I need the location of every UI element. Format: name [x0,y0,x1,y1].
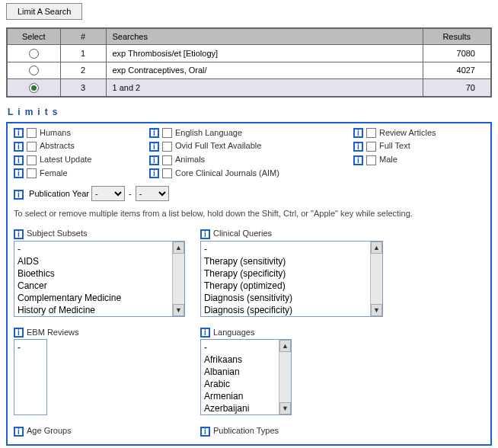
list-item[interactable]: - [18,341,43,354]
table-row: 31 and 270 [7,79,491,97]
select-radio[interactable] [29,66,39,75]
label-animals: Animals [175,155,205,164]
row-results: 4027 [423,62,491,79]
list-item[interactable]: Therapy (specificity) [204,267,367,280]
col-select: Select [7,28,60,45]
info-icon[interactable]: i [149,155,159,165]
list-item[interactable]: Armenian [204,390,276,402]
subject-subsets-label: Subject Subsets [27,229,88,238]
list-item[interactable]: Diagnosis (specificity) [204,304,367,316]
checkbox-abstracts[interactable] [27,142,37,152]
pub-year-dash: - [129,189,132,198]
scroll-up-icon[interactable]: ▲ [173,242,184,254]
languages-list[interactable]: -AfrikaansAlbanianArabicArmenianAzerbaij… [200,339,292,415]
row-results: 7080 [423,45,491,62]
info-icon[interactable]: i [200,328,210,338]
scroll-down-icon[interactable]: ▼ [279,402,291,414]
checkbox-humans[interactable] [27,128,37,138]
list-item[interactable]: Albanian [204,366,276,378]
info-icon[interactable]: i [14,328,24,338]
info-icon[interactable]: i [14,128,24,138]
col-num: # [60,28,106,45]
limits-heading: Limits [8,107,492,117]
info-icon[interactable]: i [14,229,24,239]
list-item[interactable]: Bioethics [18,267,169,280]
info-icon[interactable]: i [149,168,159,178]
info-icon[interactable]: i [353,155,363,165]
label-review: Review Articles [379,128,436,137]
checkbox-animals[interactable] [162,155,172,165]
label-female: Female [40,168,68,178]
info-icon[interactable]: i [200,229,210,239]
list-item[interactable]: Therapy (optimized) [204,280,367,292]
list-item[interactable]: Therapy (sensitivity) [204,255,367,267]
checkbox-female[interactable] [27,168,37,178]
row-search: exp Contraceptives, Oral/ [106,62,423,79]
info-icon[interactable]: i [353,128,363,138]
checkbox-ovid-full[interactable] [162,142,172,152]
row-results: 70 [423,79,491,97]
info-icon[interactable]: i [14,427,24,437]
checkbox-male[interactable] [366,155,376,165]
list-item[interactable]: Azerbaijani [204,402,276,414]
checkbox-core[interactable] [162,168,172,178]
scroll-up-icon[interactable]: ▲ [279,340,291,352]
pub-year-label: Publication Year [29,189,89,198]
multiselect-hint: To select or remove multiple items from … [14,209,484,218]
info-icon[interactable]: i [14,168,24,178]
scroll-up-icon[interactable]: ▲ [371,242,382,254]
checkbox-review[interactable] [366,128,376,138]
info-icon[interactable]: i [200,427,210,437]
select-radio[interactable] [29,83,39,93]
scrollbar[interactable]: ▲▼ [279,340,291,414]
list-item[interactable]: AIDS [18,255,169,267]
clinical-queries-label: Clinical Queries [213,229,272,238]
languages-label: Languages [213,328,254,337]
pub-types-label: Publication Types [213,426,279,435]
scrollbar[interactable]: ▲▼ [172,242,184,316]
info-icon[interactable]: i [14,155,24,165]
select-radio[interactable] [29,49,39,59]
checkbox-latest[interactable] [27,155,37,165]
row-num: 2 [60,62,106,79]
scroll-down-icon[interactable]: ▼ [173,304,184,316]
pub-year-from-select[interactable]: - [91,186,125,201]
table-row: 2exp Contraceptives, Oral/4027 [7,62,491,79]
info-icon[interactable]: i [14,190,24,200]
label-abstracts: Abstracts [40,141,75,150]
list-item[interactable]: - [204,243,367,255]
ebm-reviews-label: EBM Reviews [27,328,78,337]
search-history-table: Select # Searches Results 1exp Thrombosi… [6,27,492,98]
info-icon[interactable]: i [353,142,363,152]
list-item[interactable]: History of Medicine [18,304,169,316]
list-item[interactable]: - [204,341,276,354]
limit-search-button[interactable]: Limit A Search [6,3,82,20]
scrollbar[interactable]: ▲▼ [370,242,382,316]
table-row: 1exp Thrombosis/et [Etiology]7080 [7,45,491,62]
label-full-text: Full Text [379,141,410,150]
row-num: 1 [60,45,106,62]
checkbox-english[interactable] [162,128,172,138]
row-num: 3 [60,79,106,97]
label-humans: Humans [40,128,71,137]
label-ovid-full: Ovid Full Text Available [175,141,261,150]
label-core: Core Clinical Journals (AIM) [175,168,279,178]
list-item[interactable]: Diagnosis (sensitivity) [204,292,367,304]
scroll-down-icon[interactable]: ▼ [371,304,382,316]
pub-year-to-select[interactable]: - [136,186,169,201]
ebm-reviews-list[interactable]: - [14,339,47,415]
list-item[interactable]: Complementary Medicine [18,292,169,304]
list-item[interactable]: Afrikaans [204,354,276,366]
list-item[interactable]: Cancer [18,280,169,292]
checkbox-full-text[interactable] [366,142,376,152]
info-icon[interactable]: i [149,142,159,152]
age-groups-label: Age Groups [27,426,72,435]
info-icon[interactable]: i [149,128,159,138]
list-item[interactable]: Arabic [204,378,276,390]
label-male: Male [379,155,397,164]
clinical-queries-list[interactable]: -Therapy (sensitivity)Therapy (specifici… [200,241,383,317]
list-item[interactable]: - [18,243,169,255]
subject-subsets-list[interactable]: -AIDSBioethicsCancerComplementary Medici… [14,241,185,317]
info-icon[interactable]: i [14,142,24,152]
limits-panel: iHumans iEnglish Language iReview Articl… [6,122,492,446]
